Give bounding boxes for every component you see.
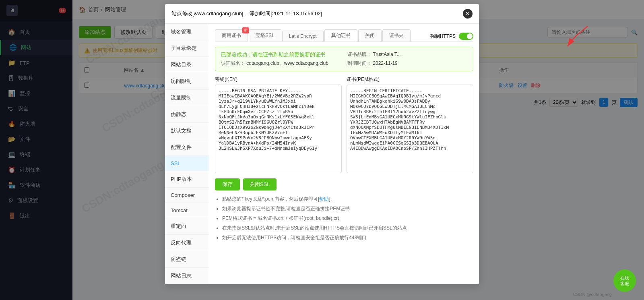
cert-actions: 保存 关闭SSL <box>215 178 473 190</box>
cert-areas: 密钥(KEY) -----BEGIN RSA PRIVATE KEY----- … <box>215 76 473 174</box>
tab-other[interactable]: 其他证书 <box>324 29 357 41</box>
save-button[interactable]: 保存 <box>215 178 240 190</box>
pem-area: 证书(PEM格式) -----BEGIN CERTIFICATE----- MI… <box>347 76 473 174</box>
modal-sidebar-defaultdoc[interactable]: 默认文档 <box>165 123 209 139</box>
tip-5: 如开启后无法使用HTTPS访问，请检查安全组是否正确放行443端口 <box>222 234 473 241</box>
ssl-tabs: 商用证书 新 宝塔SSL Let's Encrypt 其他证书 关闭 <box>215 29 473 42</box>
tab-letsencrypt[interactable]: Let's Encrypt <box>282 31 324 41</box>
ssl-status-box: 已部署成功；请在证书到期之前更换新的证书 证书品牌： TrustAsia T..… <box>215 47 473 71</box>
modal-sidebar-redirect[interactable]: 重定向 <box>165 218 209 235</box>
modal-title-bar: 站点修改[www.cdtaogang.club] -- 添加时间[2021-11… <box>165 4 479 24</box>
modal-sidebar-sitedir[interactable]: 网站目录 <box>165 57 209 73</box>
ssl-expire: 到期时间： 2022-11-19 <box>347 60 467 67</box>
tab-baota[interactable]: 宝塔SSL <box>249 29 281 41</box>
tab-commercial[interactable]: 商用证书 新 <box>215 29 248 41</box>
modal-sidebar-hotlink[interactable]: 防盗链 <box>165 251 209 268</box>
pem-textarea[interactable]: -----BEGIN CERTIFICATE----- MIIGHDCCBQSg… <box>347 85 473 173</box>
modal-body: 域名管理 子目录绑定 网站目录 访问限制 流量限制 伪静态 默认文档 配置文件 … <box>165 24 479 284</box>
ssl-brand: 证书品牌： TrustAsia T... <box>347 51 467 58</box>
close-ssl-button[interactable]: 关闭SSL <box>243 178 277 190</box>
tip-4: 在未指定SSL默认站点时,未开启SSL的站点使用HTTPS会直接访问到已开启SS… <box>222 224 473 232</box>
ssl-success-title: 已部署成功；请在证书到期之前更换新的证书 <box>221 51 341 58</box>
modal-sidebar-config[interactable]: 配置文件 <box>165 139 209 156</box>
key-area: 密钥(KEY) -----BEGIN RSA PRIVATE KEY----- … <box>215 76 342 174</box>
ssl-domain: 认证域名： cdtaogang.club、www.cdtaogang.club <box>221 60 341 67</box>
tips-list: 粘贴您的*.key以及*.pem内容，然后保存即可[帮助]。 如果浏览器提示证书… <box>215 195 473 241</box>
modal-sidebar: 域名管理 子目录绑定 网站目录 访问限制 流量限制 伪静态 默认文档 配置文件 … <box>165 24 209 284</box>
tip-1: 粘贴您的*.key以及*.pem内容，然后保存即可[帮助]。 <box>222 195 473 203</box>
force-https-control: 强制HTTPS <box>430 33 473 41</box>
pem-label: 证书(PEM格式) <box>347 76 473 83</box>
modal-sidebar-access[interactable]: 访问限制 <box>165 73 209 90</box>
modal-sidebar-proxy[interactable]: 反向代理 <box>165 235 209 251</box>
modal-sidebar-ssl[interactable]: SSL <box>165 156 209 171</box>
modal-sidebar-sitelog[interactable]: 网站日志 <box>165 268 209 284</box>
force-https-toggle[interactable] <box>459 33 473 40</box>
online-service-button[interactable]: 在线 客服 <box>613 269 636 292</box>
modal-sidebar-composer[interactable]: Composer <box>165 188 209 203</box>
help-link[interactable]: 帮助 <box>319 196 329 202</box>
modal-sidebar-subdir[interactable]: 子目录绑定 <box>165 40 209 57</box>
modal-overlay: 站点修改[www.cdtaogang.club] -- 添加时间[2021-11… <box>0 0 644 300</box>
tip-3: PEM格式证书 = 域名证书.crt + 根证书(root_bundle).cr… <box>222 215 473 222</box>
new-badge: 新 <box>242 27 249 33</box>
modal-sidebar-php[interactable]: PHP版本 <box>165 171 209 188</box>
force-https-label: 强制HTTPS <box>430 33 456 40</box>
modal: 站点修改[www.cdtaogang.club] -- 添加时间[2021-11… <box>165 4 479 284</box>
modal-title: 站点修改[www.cdtaogang.club] -- 添加时间[2021-11… <box>171 10 322 17</box>
tab-close[interactable]: 关闭 <box>358 29 382 41</box>
tip-2: 如果浏览器提示证书链不完整,请检查是否正确拼接PEM证书 <box>222 205 473 212</box>
modal-main-content: 商用证书 新 宝塔SSL Let's Encrypt 其他证书 关闭 <box>209 24 479 284</box>
modal-sidebar-traffic[interactable]: 流量限制 <box>165 90 209 106</box>
modal-sidebar-domain[interactable]: 域名管理 <box>165 24 209 40</box>
modal-sidebar-pseudo[interactable]: 伪静态 <box>165 106 209 123</box>
modal-close-button[interactable]: ✕ <box>463 9 473 19</box>
tab-certinfo[interactable]: 证书夹 <box>382 29 411 41</box>
key-textarea[interactable]: -----BEGIN RSA PRIVATE KEY----- MIIEowIB… <box>215 85 342 173</box>
modal-sidebar-tomcat[interactable]: Tomcat <box>165 203 209 218</box>
key-label: 密钥(KEY) <box>215 76 342 83</box>
